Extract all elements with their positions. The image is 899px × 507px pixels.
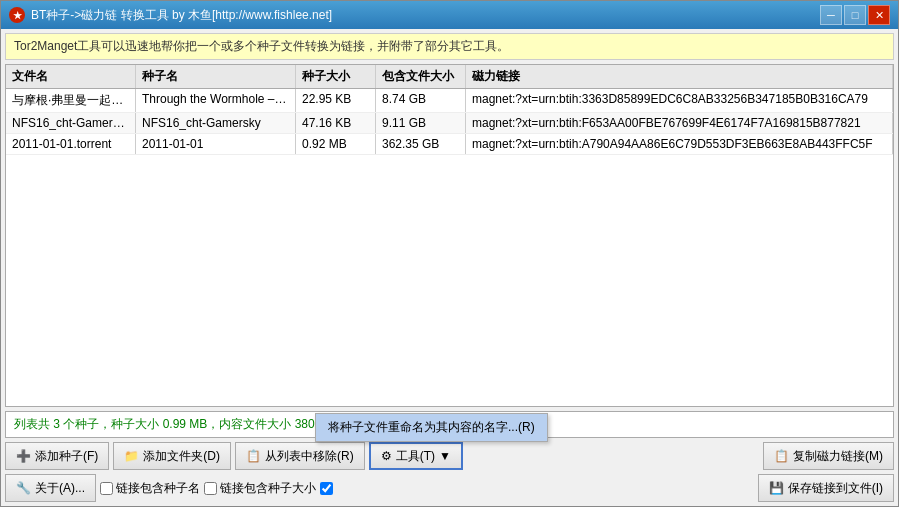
table-row[interactable]: 与摩根·弗里曼一起探... Through the Wormhole – Sea… <box>6 89 893 113</box>
remove-icon: 📋 <box>246 449 261 463</box>
save-links-label: 保存链接到文件(I) <box>788 480 883 497</box>
close-button[interactable]: ✕ <box>868 5 890 25</box>
cell-filename: 与摩根·弗里曼一起探... <box>6 89 136 112</box>
cell-seedsize: 47.16 KB <box>296 113 376 133</box>
app-icon: ★ <box>9 7 25 23</box>
bottom-area: 列表共 3 个种子，种子大小 0.99 MB，内容文件大小 380.2 GB。 … <box>5 411 894 502</box>
content-area: Tor2Manget工具可以迅速地帮你把一个或多个种子文件转换为链接，并附带了部… <box>1 29 898 506</box>
about-icon: 🔧 <box>16 481 31 495</box>
window-title: BT种子->磁力链 转换工具 by 木鱼[http://www.fishlee.… <box>31 7 332 24</box>
title-bar-buttons: ─ □ ✕ <box>820 5 890 25</box>
cell-magnet: magnet:?xt=urn:btih:A790A94AA86E6C79D553… <box>466 134 893 154</box>
tools-label: 工具(T) <box>396 448 435 465</box>
cell-seedname: 2011-01-01 <box>136 134 296 154</box>
add-folder-icon: 📁 <box>124 449 139 463</box>
copy-magnet-button[interactable]: 📋 复制磁力链接(M) <box>763 442 894 470</box>
right-buttons-2: 💾 保存链接到文件(I) <box>758 474 894 502</box>
include-size-checkbox[interactable] <box>204 482 217 495</box>
title-bar: ★ BT种子->磁力链 转换工具 by 木鱼[http://www.fishle… <box>1 1 898 29</box>
info-bar: Tor2Manget工具可以迅速地帮你把一个或多个种子文件转换为链接，并附带了部… <box>5 33 894 60</box>
about-label: 关于(A)... <box>35 480 85 497</box>
cell-filesize: 8.74 GB <box>376 89 466 112</box>
cell-seedname: NFS16_cht-Gamersky <box>136 113 296 133</box>
header-magnet: 磁力链接 <box>466 65 893 88</box>
cell-filesize: 9.11 GB <box>376 113 466 133</box>
include-size-checkbox-label: 链接包含种子大小 <box>204 480 316 497</box>
copy-magnet-icon: 📋 <box>774 449 789 463</box>
button-row-1: ➕ 添加种子(F) 📁 添加文件夹(D) 📋 从列表中移除(R) ⚙ 工具(T)… <box>5 442 894 470</box>
cell-seedname: Through the Wormhole – Season 1 <box>136 89 296 112</box>
remove-label: 从列表中移除(R) <box>265 448 354 465</box>
about-button[interactable]: 🔧 关于(A)... <box>5 474 96 502</box>
add-seed-icon: ➕ <box>16 449 31 463</box>
rename-menu-item[interactable]: 将种子文件重命名为其内容的名字...(R) <box>316 414 547 441</box>
minimize-button[interactable]: ─ <box>820 5 842 25</box>
header-seedname: 种子名 <box>136 65 296 88</box>
file-table: 文件名 种子名 种子大小 包含文件大小 磁力链接 与摩根·弗里曼一起探... T… <box>5 64 894 407</box>
add-folder-label: 添加文件夹(D) <box>143 448 220 465</box>
cell-magnet: magnet:?xt=urn:btih:F653AA00FBE767699F4E… <box>466 113 893 133</box>
copy-magnet-label: 复制磁力链接(M) <box>793 448 883 465</box>
save-links-icon: 💾 <box>769 481 784 495</box>
tools-button[interactable]: ⚙ 工具(T) ▼ <box>369 442 463 470</box>
table-row[interactable]: NFS16_cht-Gamersky.to... NFS16_cht-Gamer… <box>6 113 893 134</box>
cell-seedsize: 22.95 KB <box>296 89 376 112</box>
add-seed-label: 添加种子(F) <box>35 448 98 465</box>
include-name-checkbox-label: 链接包含种子名 <box>100 480 200 497</box>
rename-menu-label: 将种子文件重命名为其内容的名字...(R) <box>328 419 535 436</box>
cell-filename: 2011-01-01.torrent <box>6 134 136 154</box>
cell-seedsize: 0.92 MB <box>296 134 376 154</box>
maximize-button[interactable]: □ <box>844 5 866 25</box>
button-row-2: 🔧 关于(A)... 链接包含种子名 链接包含种子大小 💾 <box>5 474 894 502</box>
include-name-label: 链接包含种子名 <box>116 480 200 497</box>
status-text: 列表共 3 个种子，种子大小 0.99 MB，内容文件大小 380.2 GB。 <box>14 417 357 431</box>
dropdown-arrow-icon: ▼ <box>439 449 451 463</box>
right-buttons: 📋 复制磁力链接(M) <box>763 442 894 470</box>
include-size-label: 链接包含种子大小 <box>220 480 316 497</box>
cell-filename: NFS16_cht-Gamersky.to... <box>6 113 136 133</box>
include-name-checkbox[interactable] <box>100 482 113 495</box>
remove-button[interactable]: 📋 从列表中移除(R) <box>235 442 365 470</box>
checkbox3-label <box>320 482 336 495</box>
tools-icon: ⚙ <box>381 449 392 463</box>
header-filesize: 包含文件大小 <box>376 65 466 88</box>
table-header: 文件名 种子名 种子大小 包含文件大小 磁力链接 <box>6 65 893 89</box>
checkbox3[interactable] <box>320 482 333 495</box>
add-seed-button[interactable]: ➕ 添加种子(F) <box>5 442 109 470</box>
cell-filesize: 362.35 GB <box>376 134 466 154</box>
main-window: ★ BT种子->磁力链 转换工具 by 木鱼[http://www.fishle… <box>0 0 899 507</box>
cell-magnet: magnet:?xt=urn:btih:3363D85899EDC6C8AB33… <box>466 89 893 112</box>
info-text: Tor2Manget工具可以迅速地帮你把一个或多个种子文件转换为链接，并附带了部… <box>14 39 509 53</box>
save-links-button[interactable]: 💾 保存链接到文件(I) <box>758 474 894 502</box>
table-body: 与摩根·弗里曼一起探... Through the Wormhole – Sea… <box>6 89 893 406</box>
table-row[interactable]: 2011-01-01.torrent 2011-01-01 0.92 MB 36… <box>6 134 893 155</box>
add-folder-button[interactable]: 📁 添加文件夹(D) <box>113 442 231 470</box>
tools-dropdown-menu: 将种子文件重命名为其内容的名字...(R) <box>315 413 548 442</box>
header-seedsize: 种子大小 <box>296 65 376 88</box>
header-filename: 文件名 <box>6 65 136 88</box>
title-bar-left: ★ BT种子->磁力链 转换工具 by 木鱼[http://www.fishle… <box>9 7 332 24</box>
